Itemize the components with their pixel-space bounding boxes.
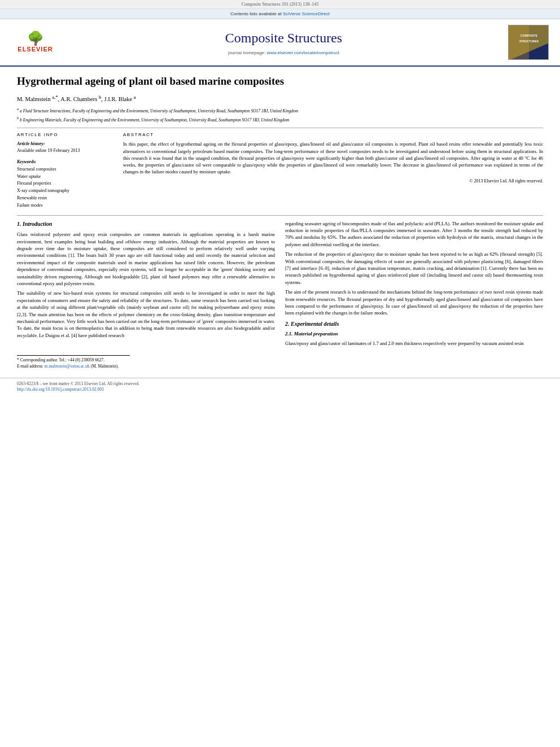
footnote-area: * Corresponding author. Tel.: +44 (0) 23… <box>17 355 130 370</box>
article-info-heading: ARTICLE INFO <box>17 132 113 138</box>
homepage-label: journal homepage: <box>228 50 267 55</box>
journal-reference-bar: Composite Structures 101 (2013) 138–143 <box>0 0 560 9</box>
intro-para-5: The aim of the present research is to un… <box>285 289 543 317</box>
copyright-text: © 2013 Elsevier Ltd. All rights reserved… <box>123 178 543 184</box>
keyword-4: X-ray computed tomography <box>17 187 113 195</box>
doi-link[interactable]: http://dx.doi.org/10.1016/j.compstruct.2… <box>17 387 104 392</box>
keyword-6: Failure modes <box>17 202 113 209</box>
intro-para-2: The suitability of new bio-based resin s… <box>17 290 275 339</box>
body-columns: 1. Introduction Glass reinforced polyest… <box>17 220 543 350</box>
intro-title: 1. Introduction <box>17 220 275 229</box>
journal-title-block: Composite Structures journal homepage: w… <box>66 29 501 56</box>
svg-text:STRUCTURES: STRUCTURES <box>519 40 539 43</box>
keyword-3: Flexural properties <box>17 180 113 187</box>
keyword-1: Structural composites <box>17 166 113 173</box>
intro-para-4: The reduction of the properties of glass… <box>285 251 543 286</box>
svg-text:COMPOSITE: COMPOSITE <box>520 34 538 37</box>
experimental-title: 2. Experimental details <box>285 320 543 329</box>
journal-title: Composite Structures <box>66 29 501 48</box>
issn-line: 0263-8223/$ – see front matter © 2013 El… <box>17 381 543 387</box>
keyword-5: Renewable resin <box>17 195 113 202</box>
history-label: Article history: <box>17 141 113 147</box>
body-col-right: regarding seawater ageing of biocomposit… <box>285 220 543 350</box>
article-info-abstract: ARTICLE INFO Article history: Available … <box>17 132 543 209</box>
divider-1 <box>17 128 543 128</box>
sciverse-link[interactable]: SciVerse ScienceDirect <box>283 11 330 16</box>
affiliation-b: b b Engineering Materials, Faculty of En… <box>17 115 543 123</box>
authors-line: M. Malmstein a,*, A.R. Chambers b, J.I.R… <box>17 93 543 103</box>
material-para-1: Glass/epoxy and glass/castor oil laminat… <box>285 340 543 347</box>
doi-line: http://dx.doi.org/10.1016/j.compstruct.2… <box>17 387 543 393</box>
article-title: Hygrothermal ageing of plant oil based m… <box>17 75 543 89</box>
journal-ref-text: Composite Structures 101 (2013) 138–143 <box>242 2 318 7</box>
page-footer: 0263-8223/$ – see front matter © 2013 El… <box>0 378 560 397</box>
footnote-email: E-mail address: m.malmstein@soton.ac.uk … <box>17 364 130 370</box>
intro-para-3: regarding seawater ageing of biocomposit… <box>285 220 543 248</box>
elsevier-wordmark: ELSEVIER <box>11 45 59 54</box>
body-col-left: 1. Introduction Glass reinforced polyest… <box>17 220 275 350</box>
email-suffix: (M. Malmstein). <box>91 364 119 369</box>
journal-header: 🌳 ELSEVIER Composite Structures journal … <box>0 19 560 67</box>
available-online: Available online 19 February 2013 <box>17 147 113 154</box>
article-container: Hygrothermal ageing of plant oil based m… <box>0 67 560 375</box>
keyword-2: Water uptake <box>17 173 113 181</box>
email-link[interactable]: m.malmstein@soton.ac.uk <box>45 364 90 369</box>
affiliations: a a Fluid Structure Interactions, Facult… <box>17 106 543 123</box>
affiliation-a: a a Fluid Structure Interactions, Facult… <box>17 106 543 114</box>
keywords-list: Structural composites Water uptake Flexu… <box>17 166 113 209</box>
composite-logo: COMPOSITE STRUCTURES <box>508 25 549 60</box>
material-subtitle: 2.1. Material preparation <box>285 330 543 338</box>
intro-para-1: Glass reinforced polyester and epoxy res… <box>17 231 275 287</box>
abstract-col: ABSTRACT In this paper, the effect of hy… <box>123 132 543 209</box>
keywords-label: Keywords: <box>17 159 113 165</box>
abstract-heading: ABSTRACT <box>123 132 543 138</box>
contents-text: Contents lists available at <box>230 11 283 16</box>
homepage-url[interactable]: www.elsevier.com/locate/compstruct <box>267 50 340 55</box>
footnote-star: * Corresponding author. Tel.: +44 (0) 23… <box>17 357 130 364</box>
authors-text: M. Malmstein a,*, A.R. Chambers b, J.I.R… <box>17 96 136 102</box>
article-info-col: ARTICLE INFO Article history: Available … <box>17 132 113 209</box>
email-label: E-mail address: <box>17 364 45 369</box>
abstract-text: In this paper, the effect of hygrotherma… <box>123 141 543 176</box>
contents-bar: Contents lists available at SciVerse Sci… <box>0 9 560 19</box>
divider-2 <box>17 215 543 216</box>
elsevier-logo: 🌳 ELSEVIER <box>11 32 59 54</box>
journal-homepage: journal homepage: www.elsevier.com/locat… <box>66 50 501 56</box>
